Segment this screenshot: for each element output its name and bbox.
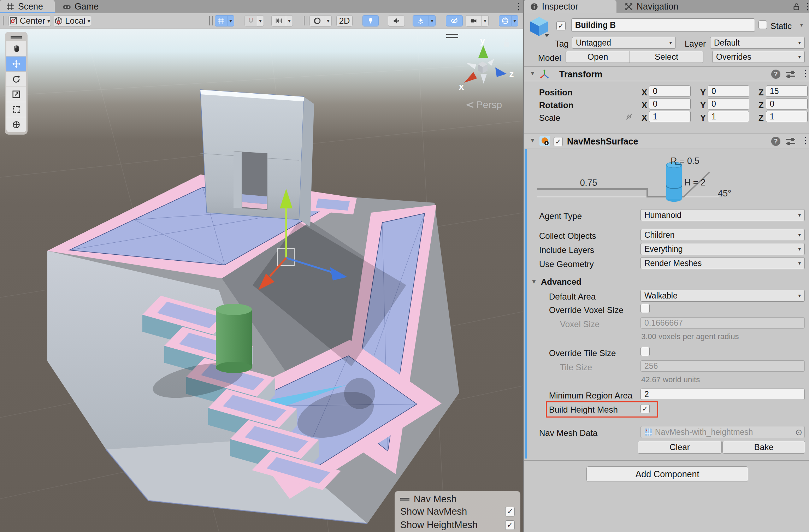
help-icon[interactable]: ?	[771, 70, 780, 79]
clear-button[interactable]: Clear	[638, 441, 722, 454]
static-checkbox[interactable]	[758, 20, 767, 29]
tab-game[interactable]: Game	[57, 0, 110, 13]
pivot-icon	[9, 17, 18, 25]
collect-objects-dropdown[interactable]: Children▾	[640, 229, 805, 241]
transform-kebab[interactable]: ⋮	[801, 68, 809, 78]
model-label: Model	[538, 53, 561, 63]
position-y-field[interactable]: 0	[708, 85, 749, 97]
agent-type-dropdown[interactable]: Humanoid▾	[640, 209, 805, 221]
scale-y-field[interactable]: 1	[708, 111, 749, 122]
model-open-button[interactable]: Open	[566, 51, 630, 63]
position-x-field[interactable]: 0	[649, 85, 691, 97]
scene-menu-kebab[interactable]: ⋮	[514, 1, 523, 11]
toolbar-drag-handle[interactable]	[209, 16, 213, 25]
transform-tool-button[interactable]	[6, 117, 26, 132]
tag-dropdown[interactable]: Untagged▾	[572, 37, 676, 49]
scene-viewport[interactable]: y x z Persp	[0, 29, 523, 532]
tab-inspector[interactable]: Inspector	[524, 0, 616, 13]
static-dropdown[interactable]: ▾	[800, 22, 803, 28]
rotate-tool-button[interactable]	[6, 72, 26, 87]
link-broken-icon[interactable]	[625, 112, 633, 121]
toolbar-drag-handle[interactable]	[3, 16, 6, 25]
grid-visibility-button[interactable]	[215, 15, 228, 26]
scale-z-field[interactable]: 1	[766, 111, 808, 122]
doorway-wall	[200, 90, 314, 227]
default-area-dropdown[interactable]: Walkable▾	[640, 290, 805, 302]
snap-increment-dropdown[interactable]: ▾	[286, 15, 293, 26]
prefab-cube-icon[interactable]	[529, 16, 549, 37]
overrides-dropdown[interactable]: Overrides▾	[712, 51, 805, 63]
draw-mode-button[interactable]	[309, 15, 325, 26]
rotation-z-field[interactable]: 0	[766, 98, 808, 110]
show-navmesh-checkbox[interactable]: ✓	[505, 507, 515, 516]
tab-scene[interactable]: Scene	[0, 0, 55, 13]
draw-mode-dropdown[interactable]: ▾	[325, 15, 332, 26]
gizmos-toggle-button[interactable]	[499, 15, 512, 26]
rect-tool-button[interactable]	[6, 102, 26, 117]
tab-navigation[interactable]: Navigation	[619, 0, 707, 13]
effects-toggle-button[interactable]	[413, 15, 429, 26]
rotation-x-field[interactable]: 0	[649, 98, 691, 110]
rotation-y-field[interactable]: 0	[708, 98, 749, 110]
camera-view-dropdown[interactable]: ▾	[482, 15, 489, 26]
gameobject-name-field[interactable]: Building B	[571, 18, 755, 32]
navmesh-asset-icon	[644, 428, 652, 436]
audio-toggle-button[interactable]	[388, 15, 405, 26]
advanced-foldout[interactable]: ▼	[531, 278, 537, 285]
show-navmesh-row: Show NavMesh ✓	[400, 505, 515, 518]
hand-tool-button[interactable]	[6, 41, 26, 56]
snap-toggle-dropdown[interactable]: ▾	[257, 15, 264, 26]
override-tile-checkbox[interactable]	[640, 347, 650, 356]
help-icon[interactable]: ?	[771, 137, 780, 146]
orientation-button[interactable]: Local ▾	[54, 15, 91, 26]
inspector-menu-kebab[interactable]: ⋮	[803, 1, 809, 11]
position-z-field[interactable]: 15	[766, 85, 808, 97]
bake-button[interactable]: Bake	[722, 441, 805, 454]
effects-dropdown[interactable]: ▾	[429, 15, 436, 26]
chevron-down-icon: ▾	[798, 292, 801, 299]
model-select-button[interactable]: Select	[630, 51, 703, 63]
scale-label: Scale	[539, 113, 560, 123]
chevron-down-icon: ▾	[669, 40, 672, 46]
scale-x-field[interactable]: 1	[649, 111, 691, 122]
toolbar-drag-handle[interactable]	[304, 16, 307, 25]
gameobject-active-checkbox[interactable]: ✓	[556, 21, 566, 30]
use-geometry-label: Use Geometry	[539, 259, 594, 269]
legend-title-row[interactable]: Nav Mesh	[400, 494, 515, 504]
move-tool-button[interactable]	[6, 57, 26, 71]
include-layers-dropdown[interactable]: Everything▾	[640, 243, 805, 255]
hidden-objects-button[interactable]	[446, 15, 463, 26]
2d-toggle-button[interactable]: 2D	[336, 15, 353, 26]
add-component-button[interactable]: Add Component	[586, 466, 748, 482]
presets-icon[interactable]	[786, 70, 795, 78]
show-heightmesh-checkbox[interactable]: ✓	[505, 520, 515, 530]
chevron-down-icon: ▾	[88, 18, 90, 24]
chevron-down-icon: ▾	[431, 18, 433, 24]
presets-icon[interactable]	[786, 137, 795, 145]
navmeshsurface-foldout[interactable]: ▼	[530, 137, 536, 144]
navmeshsurface-enabled-checkbox[interactable]: ✓	[554, 137, 563, 146]
object-picker-icon[interactable]: ⊙	[795, 427, 802, 437]
transform-foldout[interactable]: ▼	[530, 70, 536, 77]
lock-icon[interactable]	[792, 2, 801, 13]
projection-label[interactable]: Persp	[476, 99, 502, 110]
scale-tool-button[interactable]	[6, 87, 26, 102]
rotation-label: Rotation	[539, 100, 573, 110]
snap-increment-button[interactable]	[271, 15, 286, 26]
camera-view-button[interactable]	[466, 15, 482, 26]
nav-mesh-data-field[interactable]: NavMesh-with_heightmesh	[640, 426, 805, 438]
legend-drag-handle[interactable]	[400, 498, 409, 501]
pivot-mode-button[interactable]: Center ▾	[8, 15, 51, 26]
override-voxel-checkbox[interactable]	[640, 304, 650, 313]
navmeshsurface-kebab[interactable]: ⋮	[801, 135, 809, 145]
lighting-toggle-button[interactable]	[362, 15, 379, 26]
build-height-mesh-checkbox[interactable]: ✓	[640, 404, 650, 413]
tools-drag-handle[interactable]	[6, 33, 26, 41]
gizmos-dropdown[interactable]: ▾	[512, 15, 518, 26]
use-geometry-dropdown[interactable]: Render Meshes▾	[640, 257, 805, 269]
grid-visibility-dropdown[interactable]: ▾	[228, 15, 234, 26]
snap-toggle-button[interactable]	[244, 15, 257, 26]
min-region-field[interactable]: 2	[640, 389, 805, 400]
layer-dropdown[interactable]: Default▾	[710, 37, 805, 49]
advanced-label[interactable]: Advanced	[541, 277, 581, 287]
